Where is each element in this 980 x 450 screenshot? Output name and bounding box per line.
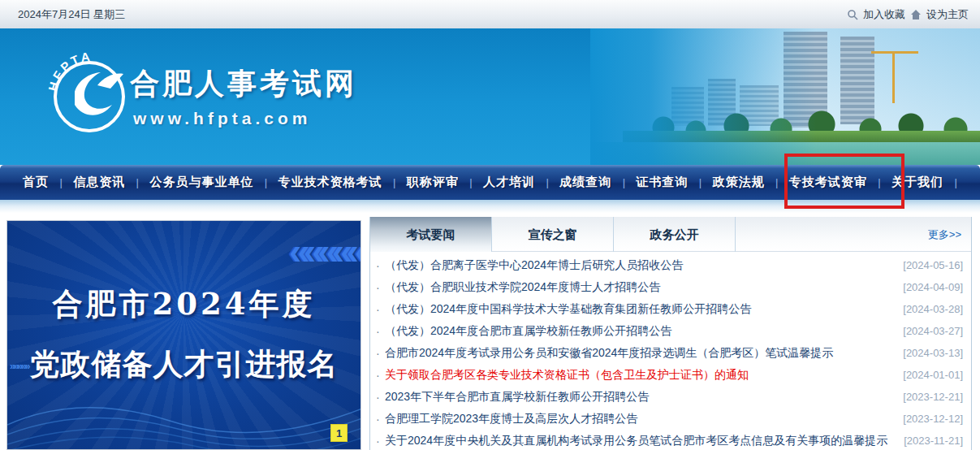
page: 2024年7月24日 星期三 加入收藏 设为主页 <box>0 0 980 450</box>
news-title-link[interactable]: 合肥市2024年度考试录用公务员和安徽省2024年度招录选调生（合肥考区）笔试温… <box>385 346 893 361</box>
carousel-banner[interactable]: ««««« 合肥市2024年度 党政储备人才引进报名 »»»»» 1 <box>6 220 361 450</box>
nav-link[interactable]: 证书查询 <box>636 175 688 190</box>
nav-separator: | <box>136 176 139 188</box>
nav-separator: | <box>546 176 548 188</box>
news-date: [2023-12-12] <box>903 413 963 425</box>
bullet-icon: · <box>376 281 385 294</box>
news-date: [2024-03-27] <box>903 325 963 337</box>
site-header: HFPTA 合肥人事考试网 www.hfpta.com <box>0 28 980 165</box>
cityscape-image <box>590 28 980 165</box>
bullet-icon: · <box>376 259 385 272</box>
news-date: [2024-05-16] <box>903 259 963 271</box>
nav-separator: | <box>954 176 956 188</box>
news-title-link[interactable]: （代发）合肥离子医学中心2024年博士后研究人员招收公告 <box>385 258 893 273</box>
news-tab[interactable]: 政务公开 <box>614 217 736 252</box>
nav-link[interactable]: 人才培训 <box>483 175 535 190</box>
current-date: 2024年7月24日 星期三 <box>18 7 125 22</box>
banner-waves-decoration <box>7 376 361 449</box>
annotation-highlight-box <box>784 154 904 209</box>
nav-separator: | <box>59 176 62 188</box>
news-title-link[interactable]: 关于领取合肥考区各类专业技术资格证书（包含卫生及护士证书）的通知 <box>385 368 893 383</box>
news-tab[interactable]: 宣传之窗 <box>492 217 614 252</box>
news-row[interactable]: · 关于领取合肥考区各类专业技术资格证书（包含卫生及护士证书）的通知 [2024… <box>370 364 971 386</box>
carousel-page-indicator[interactable]: 1 <box>330 424 348 442</box>
banner-mini-chevrons-icon: »»»»» <box>10 361 28 372</box>
news-date: [2024-04-09] <box>903 281 963 293</box>
bullet-icon: · <box>376 303 385 316</box>
news-panel: 考试要闻 宣传之窗 政务公开 更多>> · （代发）合肥离子医学中心2024年博… <box>369 217 972 450</box>
news-tab-row: 考试要闻 宣传之窗 政务公开 更多>> <box>370 217 971 252</box>
set-homepage-link[interactable]: 设为主页 <box>926 7 969 22</box>
news-title-link[interactable]: 合肥理工学院2023年度博士及高层次人才招聘公告 <box>385 412 893 426</box>
home-icon <box>910 9 922 20</box>
bullet-icon: · <box>376 325 385 338</box>
news-title-link[interactable]: （代发）2024年度中国科学技术大学基础教育集团新任教师公开招聘公告 <box>385 302 893 317</box>
more-link[interactable]: 更多>> <box>928 217 961 252</box>
bullet-icon: · <box>376 413 385 426</box>
news-title-link[interactable]: （代发）合肥职业技术学院2024年度博士人才招聘公告 <box>385 280 893 295</box>
nav-link[interactable]: 专业技术资格考试 <box>278 175 382 190</box>
news-tab[interactable]: 考试要闻 <box>370 217 492 252</box>
news-title-link[interactable]: 2023年下半年合肥市直属学校新任教师公开招聘公告 <box>385 390 893 405</box>
site-title: 合肥人事考试网 <box>130 64 357 104</box>
nav-link[interactable]: 公务员与事业单位 <box>149 175 253 190</box>
bullet-icon: · <box>376 435 385 448</box>
news-list: · （代发）合肥离子医学中心2024年博士后研究人员招收公告 [2024-05-… <box>370 252 971 450</box>
news-date: [2023-12-21] <box>903 391 963 403</box>
top-utility-bar: 2024年7月24日 星期三 加入收藏 设为主页 <box>0 0 980 28</box>
nav-separator: | <box>265 176 267 188</box>
nav-separator: | <box>699 176 702 188</box>
news-row[interactable]: · （代发）2024年度合肥市直属学校新任教师公开招聘公告 [2024-03-2… <box>370 320 971 342</box>
news-row[interactable]: · 2023年下半年合肥市直属学校新任教师公开招聘公告 [2023-12-21] <box>370 386 971 408</box>
site-url: www.hfpta.com <box>133 109 311 128</box>
news-row[interactable]: · 关于2024年度中央机关及其直属机构考试录用公务员笔试合肥市考区考点信息及有… <box>370 430 971 450</box>
nav-link[interactable]: 信息资讯 <box>73 175 125 190</box>
add-favorite-link[interactable]: 加入收藏 <box>863 7 905 22</box>
nav-link[interactable]: 首页 <box>23 175 49 190</box>
banner-title-line1: 合肥市2024年度 <box>7 284 360 325</box>
news-date: [2024-03-28] <box>903 303 963 315</box>
nav-link[interactable]: 政策法规 <box>713 175 765 190</box>
nav-separator: | <box>775 176 778 188</box>
news-row[interactable]: · 合肥理工学院2023年度博士及高层次人才招聘公告 [2023-12-12] <box>370 408 971 430</box>
bullet-icon: · <box>376 369 385 382</box>
news-date: [2023-11-21] <box>904 435 963 447</box>
news-date: [2024-01-01] <box>903 369 963 381</box>
news-title-link[interactable]: 关于2024年度中央机关及其直属机构考试录用公务员笔试合肥市考区考点信息及有关事… <box>385 434 894 448</box>
news-row[interactable]: · 合肥市2024年度考试录用公务员和安徽省2024年度招录选调生（合肥考区）笔… <box>370 342 971 364</box>
nav-separator: | <box>393 176 395 188</box>
banner-chevrons-icon: ««««« <box>289 232 360 270</box>
news-title-link[interactable]: （代发）2024年度合肥市直属学校新任教师公开招聘公告 <box>385 324 893 339</box>
nav-separator: | <box>469 176 472 188</box>
news-date: [2024-03-13] <box>903 347 963 359</box>
hfpta-logo-icon: HFPTA <box>47 53 132 137</box>
nav-link[interactable]: 职称评审 <box>407 175 459 190</box>
nav-link[interactable]: 成绩查询 <box>559 175 611 190</box>
bullet-icon: · <box>376 347 385 360</box>
news-row[interactable]: · （代发）2024年度中国科学技术大学基础教育集团新任教师公开招聘公告 [20… <box>370 298 971 320</box>
nav-separator: | <box>623 176 625 188</box>
news-row[interactable]: · （代发）合肥离子医学中心2024年博士后研究人员招收公告 [2024-05-… <box>370 254 971 276</box>
magnifier-icon <box>847 9 858 20</box>
news-row[interactable]: · （代发）合肥职业技术学院2024年度博士人才招聘公告 [2024-04-09… <box>370 276 971 298</box>
bullet-icon: · <box>376 391 385 404</box>
